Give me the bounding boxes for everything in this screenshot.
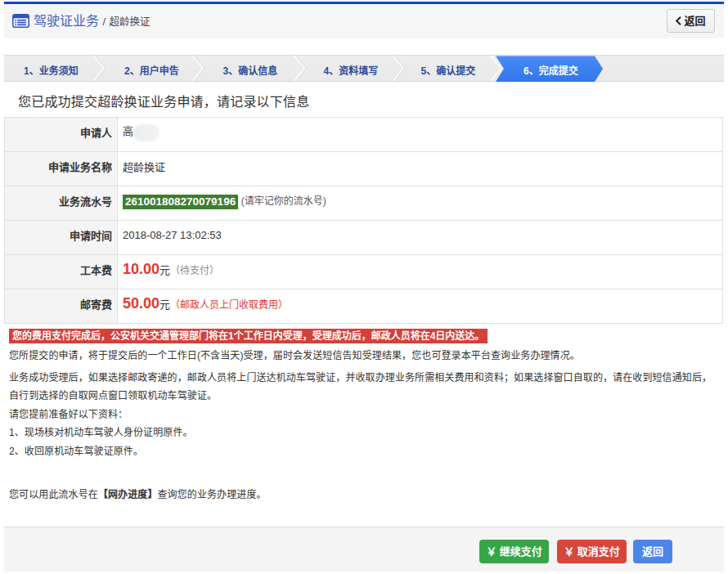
svg-text:4、资料填写: 4、资料填写 [324,65,379,77]
svg-text:2、用户申告: 2、用户申告 [124,65,179,77]
svg-text:1、业务须知: 1、业务须知 [24,65,79,77]
svg-text:6、完成提交: 6、完成提交 [524,65,578,77]
svg-text:3、确认信息: 3、确认信息 [223,65,278,77]
svg-text:5、确认提交: 5、确认提交 [421,65,476,77]
